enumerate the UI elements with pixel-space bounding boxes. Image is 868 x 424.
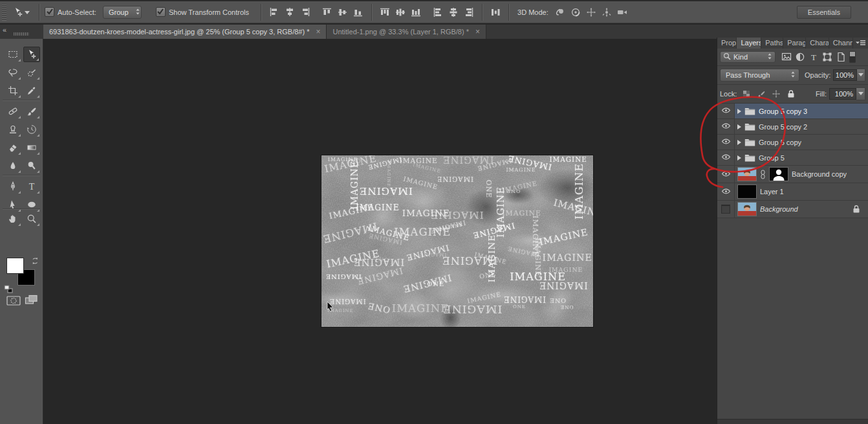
lock-image-pixels-button[interactable] [754,89,768,100]
eye-icon[interactable] [721,188,731,196]
opacity-value[interactable]: 100% [833,69,857,81]
layer-row[interactable]: Layer 1 [717,183,868,201]
distribute-left-edges-button[interactable] [430,5,446,19]
default-colors-icon[interactable] [4,285,14,295]
layer-row-body[interactable]: Group 5 [735,150,868,165]
lock-all-button[interactable] [784,89,797,100]
auto-select-checkbox[interactable] [45,7,54,17]
foreground-color-swatch[interactable] [6,258,24,274]
align-top-edges-button[interactable] [320,5,335,19]
align-bottom-edges-button[interactable] [351,5,366,19]
blur-tool[interactable] [5,158,21,173]
distribute-top-edges-button[interactable] [377,5,393,19]
panel-tab-paths[interactable]: Paths [761,38,783,49]
disclosure-triangle-icon[interactable] [737,155,741,161]
eye-icon[interactable] [721,153,731,162]
document-tab[interactable]: 6931863-doutzen-kroes-model-actress-girl… [43,25,327,39]
history-brush-tool[interactable] [23,122,40,137]
3d-camera-button[interactable] [614,5,630,19]
collapse-panels-icon[interactable]: « [3,26,6,34]
layer-row[interactable]: Background copy [717,166,868,183]
gradient-tool[interactable] [23,140,40,155]
3d-roll-button[interactable] [568,5,583,19]
3d-slide-button[interactable] [599,5,614,19]
close-tab-icon[interactable]: × [316,28,320,35]
layer-row[interactable]: Group 5 [717,150,868,166]
crop-tool[interactable] [5,83,21,98]
move-tool[interactable] [23,47,40,62]
fill-value[interactable]: 100% [829,88,856,100]
layer-row[interactable]: Group 5 copy [717,135,868,150]
layer-row-body[interactable]: Layer 1 [735,183,868,200]
zoom-tool[interactable] [23,211,40,227]
options-bar-grip[interactable] [2,4,6,21]
tool-panel-grip[interactable] [14,32,29,36]
layer-thumbnail[interactable] [737,184,757,199]
disclosure-triangle-icon[interactable] [737,140,741,145]
layer-row[interactable]: Group 5 copy 3 [717,104,868,119]
blend-mode-dropdown[interactable]: Pass Through [720,69,799,82]
close-tab-icon[interactable]: × [475,28,480,35]
move-tool-preset-button[interactable] [10,5,34,19]
align-horizontal-centers-button[interactable] [282,5,298,19]
ellipse-shape-tool[interactable] [23,197,40,212]
brush-tool[interactable] [23,104,40,119]
filter-shape-layers-button[interactable] [820,52,834,63]
clone-stamp-tool[interactable] [5,122,21,137]
document-canvas[interactable]: IMAGINEIMAGINEIMAGINEIMAGINEIMAGINEIMAGI… [321,155,593,327]
layer-visibility-cell[interactable] [717,104,735,118]
distribute-spacing-button[interactable] [488,5,503,19]
filter-smart-objects-button[interactable] [834,52,847,63]
layer-thumbnail[interactable] [737,167,757,181]
lock-position-button[interactable] [769,89,783,100]
workspace-essentials-button[interactable]: Essentials [797,6,851,19]
layer-row-body[interactable]: Background [735,201,868,218]
distribute-bottom-edges-button[interactable] [408,5,424,19]
3d-pan-button[interactable] [583,5,599,19]
filter-pixel-layers-button[interactable] [779,52,793,63]
layer-visibility-cell[interactable] [717,135,735,150]
visibility-empty-box[interactable] [721,205,730,214]
type-tool[interactable]: T [23,179,40,194]
panel-tab-chara[interactable]: Chara [806,38,829,49]
path-selection-tool[interactable] [5,197,21,212]
rectangular-marquee-tool[interactable] [5,47,21,62]
disclosure-triangle-icon[interactable] [737,124,741,129]
filter-toggle-switch[interactable] [849,51,856,63]
eyedropper-tool[interactable] [23,83,40,98]
distribute-horizontal-centers-button[interactable] [446,5,461,19]
layer-visibility-cell[interactable] [717,150,735,165]
align-right-edges-button[interactable] [298,5,313,19]
panel-menu-icon[interactable] [853,38,868,49]
layer-mask-thumbnail[interactable] [769,167,788,181]
disclosure-triangle-icon[interactable] [737,109,741,114]
panel-tab-parag[interactable]: Parag [783,38,806,49]
layer-row-body[interactable]: Group 5 copy 3 [735,104,868,118]
filter-adjustment-layers-button[interactable] [793,52,807,63]
align-vertical-centers-button[interactable] [335,5,351,19]
filter-type-layers-button[interactable]: T [807,52,820,63]
show-transform-checkbox[interactable] [156,7,166,17]
eraser-tool[interactable] [5,140,21,155]
lock-transparent-pixels-button[interactable] [739,89,753,100]
lasso-tool[interactable] [5,65,21,80]
layer-row-body[interactable]: Group 5 copy 2 [735,119,868,134]
layer-visibility-cell[interactable] [717,119,735,134]
layer-row-body[interactable]: Background copy [735,166,868,183]
align-left-edges-button[interactable] [266,5,282,19]
fill-dropdown-button[interactable] [856,87,865,100]
spot-healing-brush-tool[interactable] [5,104,21,119]
opacity-dropdown-button[interactable] [857,69,865,82]
layer-visibility-cell[interactable] [717,166,735,183]
panel-tab-chann[interactable]: Chann [829,38,853,49]
layer-row[interactable]: Background [717,201,868,218]
panel-tab-layers[interactable]: Layers [737,38,761,49]
swap-colors-icon[interactable] [32,256,39,267]
layer-visibility-cell[interactable] [717,201,735,218]
3d-orbit-button[interactable] [552,5,568,19]
layer-thumbnail[interactable] [737,202,757,216]
dodge-tool[interactable] [23,158,40,173]
layer-visibility-cell[interactable] [717,183,735,200]
distribute-vertical-centers-button[interactable] [393,5,408,19]
pen-tool[interactable] [5,179,21,194]
